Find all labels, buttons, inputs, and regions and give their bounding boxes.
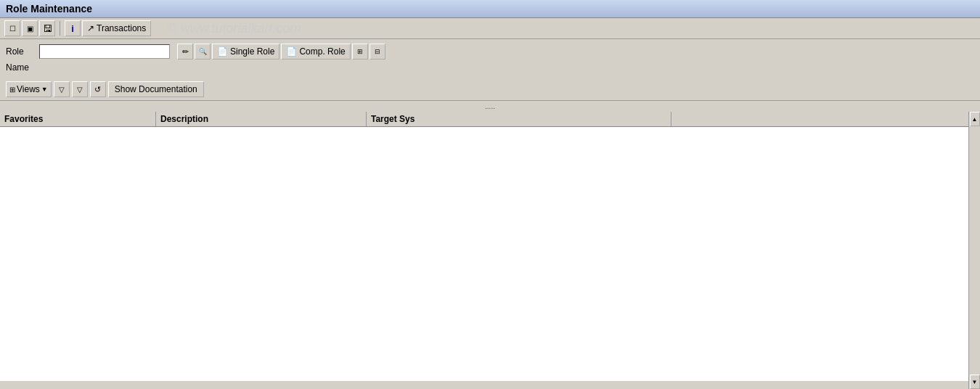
- filter2-button[interactable]: ▽: [72, 81, 88, 97]
- views-button[interactable]: ⊞ Views ▼: [6, 81, 52, 97]
- col-header-description: Description: [156, 112, 367, 126]
- refresh-button[interactable]: ↺: [90, 81, 106, 97]
- transactions-label: Transactions: [97, 23, 146, 33]
- col-header-extra: [671, 112, 980, 126]
- delete-button[interactable]: ▣: [22, 20, 38, 36]
- col-header-targetsys: Target Sys: [367, 112, 671, 126]
- table-container: Favorites Description Target Sys ▲ ▼: [0, 112, 980, 389]
- filter1-button[interactable]: ▽: [54, 81, 70, 97]
- vertical-scrollbar[interactable]: ▲ ▼: [968, 112, 980, 389]
- info-button[interactable]: i: [65, 20, 81, 36]
- save-icon: 🖫: [43, 23, 52, 34]
- form-area: Role ✏ 🔍 📄 Single Role 📄 Comp. Role: [0, 39, 980, 78]
- grid1-icon: ⊞: [357, 48, 363, 55]
- table-header: Favorites Description Target Sys: [0, 112, 980, 127]
- show-documentation-button[interactable]: Show Documentation: [108, 81, 204, 97]
- new-icon: ☐: [9, 25, 16, 33]
- dots-text: .....: [485, 102, 495, 110]
- separator-1: [60, 21, 60, 36]
- search-button[interactable]: 🔍: [195, 44, 211, 60]
- single-role-doc-icon: 📄: [217, 46, 228, 57]
- role-label: Role: [6, 46, 35, 57]
- grid2-icon: ⊟: [375, 48, 380, 55]
- scroll-up-icon: ▲: [972, 116, 978, 123]
- single-role-label: Single Role: [230, 46, 274, 57]
- views-dropdown-icon: ▼: [41, 86, 48, 93]
- views-icon: ⊞: [9, 86, 15, 94]
- save-button[interactable]: 🖫: [39, 20, 55, 36]
- table-body: [0, 127, 980, 381]
- edit-button[interactable]: ✏: [177, 44, 193, 60]
- grid1-button[interactable]: ⊞: [352, 44, 368, 60]
- page-title: Role Maintenance: [6, 3, 92, 15]
- filter2-icon: ▽: [77, 86, 83, 94]
- filter1-icon: ▽: [59, 86, 65, 94]
- views-label: Views: [17, 84, 40, 94]
- scrollbar-track[interactable]: [969, 126, 980, 374]
- comp-role-button[interactable]: 📄 Comp. Role: [281, 44, 350, 60]
- show-documentation-label: Show Documentation: [115, 84, 197, 94]
- pencil-icon: ✏: [182, 47, 189, 57]
- scroll-down-icon: ▼: [972, 379, 978, 385]
- name-label: Name: [6, 62, 35, 73]
- comp-role-doc-icon: 📄: [286, 46, 297, 57]
- info-icon: i: [71, 23, 74, 34]
- second-toolbar: ⊞ Views ▼ ▽ ▽ ↺ Show Documentation: [0, 78, 980, 101]
- new-button[interactable]: ☐: [4, 20, 20, 36]
- title-bar: Role Maintenance: [0, 0, 980, 18]
- refresh-icon: ↺: [94, 85, 101, 94]
- transactions-button[interactable]: ↗ Transactions: [82, 20, 151, 36]
- role-input[interactable]: [39, 44, 170, 59]
- delete-icon: ▣: [27, 25, 33, 33]
- role-row: Role ✏ 🔍 📄 Single Role 📄 Comp. Role: [6, 44, 974, 60]
- scrollbar-up-btn[interactable]: ▲: [970, 112, 980, 126]
- transactions-arrow-icon: ↗: [87, 23, 94, 33]
- watermark: © www.tutorialkart.com: [167, 21, 301, 36]
- main-toolbar: ☐ ▣ 🖫 i ↗ Transactions © www.tutorialkar…: [0, 18, 980, 39]
- col-header-favorites: Favorites: [0, 112, 156, 126]
- single-role-button[interactable]: 📄 Single Role: [212, 44, 279, 60]
- grid2-button[interactable]: ⊟: [369, 44, 385, 60]
- scrollbar-down-btn[interactable]: ▼: [970, 374, 980, 389]
- name-row: Name: [6, 62, 974, 73]
- search-icon: 🔍: [199, 48, 207, 55]
- comp-role-label: Comp. Role: [299, 46, 345, 57]
- role-buttons: ✏ 🔍 📄 Single Role 📄 Comp. Role ⊞ ⊟: [177, 44, 385, 60]
- dots-separator: .....: [0, 101, 980, 112]
